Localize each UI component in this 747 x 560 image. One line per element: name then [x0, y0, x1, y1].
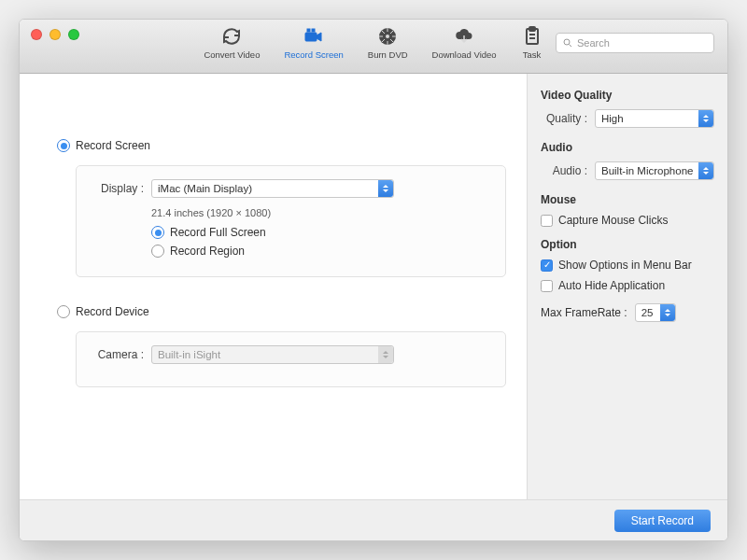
record-device-group: Camera : Built-in iSight [76, 331, 506, 387]
svg-rect-1 [307, 29, 310, 32]
svg-point-7 [564, 39, 570, 45]
camera-icon [303, 25, 325, 48]
search-icon [562, 37, 573, 49]
zoom-icon[interactable] [68, 29, 79, 40]
display-value: iMac (Main Display) [158, 183, 252, 194]
audio-value: Built-in Microphone [601, 165, 693, 176]
toolbar-label: Task [523, 49, 542, 60]
svg-point-4 [386, 35, 389, 38]
svg-rect-6 [529, 27, 535, 31]
record-device-label: Record Device [76, 305, 149, 318]
framerate-label: Max FrameRate : [541, 306, 627, 319]
framerate-value: 25 [641, 307, 654, 318]
quality-select[interactable]: High [595, 109, 714, 128]
chevron-updown-icon [660, 304, 675, 321]
auto-hide-checkbox[interactable]: Auto Hide Application [541, 279, 714, 292]
cloud-download-icon [453, 25, 475, 48]
search-input[interactable]: Search [556, 33, 714, 53]
display-sub: 21.4 inches (1920 × 1080) [151, 207, 490, 218]
camera-label: Camera : [92, 348, 144, 361]
section-option: Option [541, 238, 714, 251]
toolbar-task[interactable]: Task [521, 25, 543, 60]
sidebar: Video Quality Quality : High Audio Audio… [527, 74, 727, 499]
section-audio: Audio [541, 141, 714, 154]
svg-rect-2 [312, 29, 315, 32]
record-device-radio[interactable]: Record Device [57, 305, 506, 318]
radio-icon [151, 226, 164, 239]
chevron-updown-icon [698, 162, 713, 179]
toolbar-burn-dvd[interactable]: Burn DVD [368, 25, 408, 60]
radio-icon [57, 305, 70, 318]
camera-select[interactable]: Built-in iSight [151, 345, 394, 364]
framerate-select[interactable]: 25 [635, 303, 676, 322]
record-full-screen-radio[interactable]: Record Full Screen [151, 226, 490, 239]
start-record-button[interactable]: Start Record [614, 510, 711, 532]
camera-value: Built-in iSight [158, 349, 220, 360]
radio-icon [57, 139, 70, 152]
toolbar-record-screen[interactable]: Record Screen [284, 25, 343, 60]
body: Record Screen Display : iMac (Main Displ… [20, 74, 727, 499]
radio-icon [151, 245, 164, 258]
toolbar-convert-video[interactable]: Convert Video [204, 25, 260, 60]
chevron-updown-icon [378, 180, 393, 197]
section-mouse: Mouse [541, 193, 714, 206]
show-menubar-checkbox[interactable]: Show Options in Menu Bar [541, 259, 714, 272]
main-panel: Record Screen Display : iMac (Main Displ… [20, 74, 527, 499]
quality-value: High [601, 113, 624, 124]
svg-rect-0 [305, 33, 317, 41]
toolbar-label: Convert Video [204, 49, 260, 60]
record-region-radio[interactable]: Record Region [151, 245, 490, 258]
section-video-quality: Video Quality [541, 89, 714, 102]
toolbar-label: Record Screen [284, 49, 343, 60]
show-menubar-label: Show Options in Menu Bar [558, 259, 692, 272]
app-window: Convert Video Record Screen Burn DVD Dow… [19, 19, 728, 541]
disc-icon [376, 25, 399, 48]
toolbar: Convert Video Record Screen Burn DVD Dow… [204, 25, 543, 60]
window-controls [31, 29, 79, 40]
record-screen-group: Display : iMac (Main Display) 21.4 inche… [76, 165, 506, 277]
record-screen-radio[interactable]: Record Screen [57, 139, 506, 152]
minimize-icon[interactable] [49, 29, 61, 40]
capture-mouse-label: Capture Mouse Clicks [558, 214, 668, 227]
chevron-updown-icon [378, 346, 393, 363]
auto-hide-label: Auto Hide Application [558, 279, 665, 292]
refresh-icon [220, 25, 243, 48]
display-label: Display : [92, 182, 144, 195]
titlebar: Convert Video Record Screen Burn DVD Dow… [20, 20, 727, 74]
close-icon[interactable] [31, 29, 42, 40]
toolbar-label: Burn DVD [368, 49, 408, 60]
audio-select[interactable]: Built-in Microphone [595, 161, 714, 180]
search-placeholder: Search [577, 37, 610, 49]
display-select[interactable]: iMac (Main Display) [151, 179, 394, 198]
record-region-label: Record Region [170, 245, 245, 258]
record-full-label: Record Full Screen [170, 226, 266, 239]
toolbar-label: Download Video [432, 49, 497, 60]
chevron-updown-icon [698, 110, 713, 127]
capture-mouse-checkbox[interactable]: Capture Mouse Clicks [541, 214, 714, 227]
footer: Start Record [20, 499, 727, 540]
clipboard-icon [521, 25, 543, 48]
checkbox-icon [541, 280, 553, 292]
toolbar-download-video[interactable]: Download Video [432, 25, 497, 60]
checkbox-icon [541, 215, 553, 227]
audio-label: Audio : [541, 164, 587, 177]
quality-label: Quality : [541, 112, 587, 125]
checkbox-icon [541, 259, 553, 272]
record-screen-label: Record Screen [76, 139, 150, 152]
